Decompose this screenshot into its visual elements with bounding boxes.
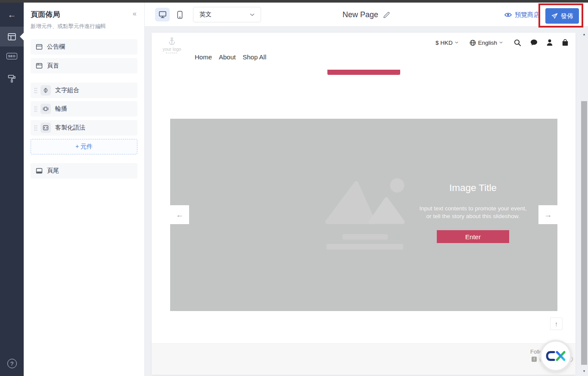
chevron-down-icon (455, 41, 458, 44)
store-preview-frame: your logo BANNER Home About Shop All $ H… (152, 33, 576, 375)
section-item-label: 公告欄 (47, 43, 65, 51)
component-item-label: 文字組合 (55, 86, 79, 94)
sidebar-item-design[interactable] (0, 71, 24, 86)
eye-icon (504, 12, 512, 18)
activity-bar: ← SEO ? (0, 0, 24, 376)
language-selector-value: 英文 (199, 11, 250, 18)
back-arrow-icon: ← (8, 10, 16, 20)
paint-roller-icon (7, 74, 16, 83)
store-logo[interactable]: your logo BANNER (159, 37, 185, 54)
slideshow-section[interactable]: ← → Image Title Input text contents to p… (170, 119, 557, 311)
store-language-selector[interactable]: English (470, 40, 503, 46)
publish-label: 發佈 (561, 12, 573, 20)
logo-subtext: BANNER (166, 52, 178, 54)
nav-item-about[interactable]: About (219, 53, 236, 61)
help-button[interactable]: ? (0, 356, 24, 371)
carousel-icon (40, 104, 51, 114)
page-header-icon (36, 62, 43, 69)
component-item-carousel[interactable]: 輪播 (31, 101, 137, 117)
arrow-right-icon: → (544, 210, 552, 219)
arrow-left-icon: ← (176, 210, 184, 219)
section-item-header[interactable]: 頁首 (31, 58, 137, 74)
section-item-label: 頁尾 (47, 167, 59, 175)
logo-text: your logo (162, 46, 181, 52)
cut-off-section-button[interactable] (327, 70, 400, 75)
panel-subtitle: 新增元件、或點擊元件進行編輯 (31, 23, 106, 30)
section-item-footer[interactable]: 頁尾 (31, 163, 137, 179)
component-item-text-combo[interactable]: 文字組合 (31, 83, 137, 98)
nav-item-home[interactable]: Home (195, 53, 212, 61)
chevron-down-icon (499, 41, 503, 44)
add-component-button[interactable]: + 元件 (31, 139, 137, 154)
vertical-scrollbar[interactable]: ▲ ▼ (580, 27, 588, 376)
cx-logo-icon (546, 350, 566, 362)
panel-title: 頁面佈局 (31, 9, 60, 19)
monitor-icon (159, 11, 167, 18)
desktop-view-button[interactable] (155, 8, 170, 22)
scrollbar-down-icon[interactable]: ▼ (580, 370, 588, 373)
drag-handle-icon[interactable] (34, 87, 37, 93)
page-footer-icon (36, 167, 43, 174)
search-icon[interactable] (514, 39, 521, 46)
layout-icon (7, 32, 16, 41)
active-panel-pointer-icon (20, 33, 24, 40)
collapse-panel-icon[interactable]: « (133, 10, 137, 17)
nav-item-shop-all[interactable]: Shop All (243, 53, 266, 61)
slideshow-title: Image Title (408, 182, 538, 194)
slideshow-text-block: Image Title Input text contents to promo… (408, 182, 538, 243)
store-header-utils: $ HKD English (436, 38, 569, 47)
page-title-group: New Page (342, 3, 390, 27)
section-item-label: 頁首 (47, 62, 59, 70)
seo-icon: SEO (6, 53, 17, 59)
slideshow-prev-button[interactable]: ← (170, 205, 189, 224)
scrollbar-up-icon[interactable]: ▲ (580, 33, 588, 36)
slideshow-next-button[interactable]: → (538, 205, 557, 224)
editor-toolbar: 英文 New Page 預覽商店 發佈 (145, 3, 588, 27)
component-item-custom-code[interactable]: 客製化語法 (31, 120, 137, 136)
help-icon: ? (7, 359, 17, 368)
cart-bag-icon[interactable] (562, 39, 569, 46)
account-icon[interactable] (547, 39, 553, 46)
preview-store-link[interactable]: 預覽商店 (504, 3, 540, 27)
currency-selector[interactable]: $ HKD (436, 40, 458, 46)
store-footer: Follow f (152, 343, 576, 375)
editor-canvas: your logo BANNER Home About Shop All $ H… (145, 27, 588, 376)
drag-handle-icon[interactable] (34, 106, 37, 112)
back-button[interactable]: ← (0, 8, 24, 22)
component-item-label: 輪播 (55, 105, 67, 113)
smartphone-icon (177, 11, 183, 19)
component-item-label: 客製化語法 (55, 124, 85, 132)
publish-button[interactable]: 發佈 (545, 8, 579, 24)
window-top-strip (0, 0, 588, 3)
chat-icon[interactable] (530, 39, 538, 46)
globe-icon (470, 40, 476, 46)
slideshow-enter-button[interactable]: Enter (437, 230, 509, 243)
preview-store-label: 預覽商店 (515, 11, 540, 19)
mobile-view-button[interactable] (172, 8, 187, 22)
custom-code-icon (40, 123, 51, 133)
page-title: New Page (342, 10, 378, 19)
scrollbar-thumb[interactable] (581, 101, 587, 365)
drag-handle-icon[interactable] (34, 125, 37, 131)
currency-label: $ HKD (436, 40, 453, 46)
back-to-top-button[interactable]: ↑ (550, 317, 563, 330)
chat-widget-button[interactable] (540, 340, 572, 372)
store-nav: Home About Shop All (195, 53, 266, 61)
page-layout-panel: 頁面佈局 « 新增元件、或點擊元件進行編輯 公告欄 頁首 文字組合 輪播 (24, 3, 145, 376)
chevron-down-icon (250, 13, 255, 16)
announcement-bar-icon (36, 43, 43, 50)
text-combo-icon (40, 85, 51, 96)
image-placeholder-icon (321, 173, 407, 252)
slideshow-description: Input text contents to promote your even… (408, 205, 538, 220)
edit-title-icon[interactable] (383, 11, 390, 18)
arrow-up-icon: ↑ (555, 320, 558, 327)
paper-plane-icon (551, 13, 558, 19)
sidebar-item-seo[interactable]: SEO (0, 48, 24, 64)
facebook-icon[interactable]: f (532, 357, 537, 362)
store-language-label: English (478, 40, 497, 46)
section-item-announcement-bar[interactable]: 公告欄 (31, 39, 137, 55)
language-selector[interactable]: 英文 (193, 7, 261, 22)
anchor-icon (168, 37, 176, 46)
